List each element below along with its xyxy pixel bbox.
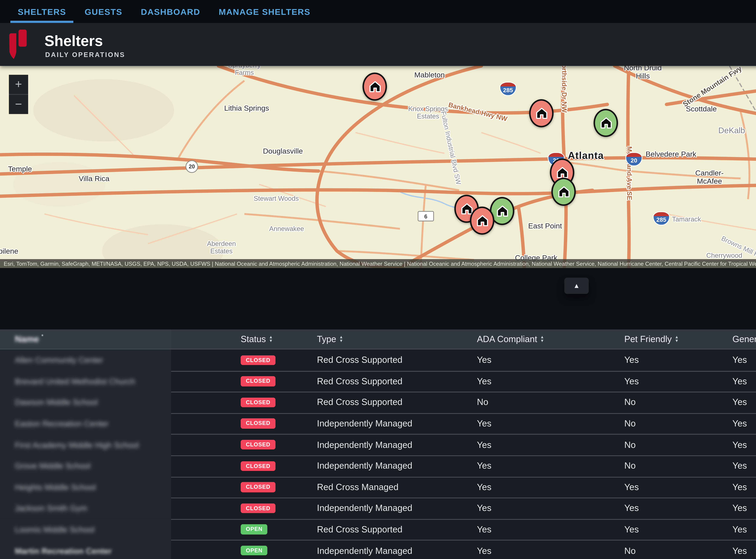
house-icon: [600, 117, 612, 129]
house-icon: [476, 215, 488, 226]
brand-logo-icon: [8, 30, 27, 59]
column-header-pet-friendly[interactable]: Pet Friendly▲▼: [624, 334, 732, 344]
shelter-name-cell[interactable]: Grove Middle School: [0, 455, 171, 476]
attribution-text: Esri, TomTom, Garmin, SafeGraph, METI/NA…: [4, 260, 756, 267]
status-badge: CLOSED: [241, 482, 276, 492]
nav-tab-dashboard[interactable]: DASHBOARD: [134, 0, 208, 23]
house-icon: [496, 205, 508, 217]
house-icon: [535, 107, 547, 119]
shelter-marker-closed[interactable]: [529, 99, 554, 127]
type-cell: Red Cross Managed: [317, 482, 477, 492]
sort-icon[interactable]: ▲▼: [540, 335, 544, 343]
sort-icon[interactable]: ▲▼: [675, 335, 679, 343]
shelter-name-cell[interactable]: Brevard United Methodist Church: [0, 371, 171, 392]
shelter-name-redacted: Brevard United Methodist Church: [15, 377, 135, 386]
shelter-name-cell[interactable]: Martin Recreation Center: [0, 540, 171, 559]
column-header-ada-compliant[interactable]: ADA Compliant▲▼: [477, 334, 624, 344]
ada-compliant-cell: Yes: [477, 545, 624, 556]
column-header-type[interactable]: Type▲▼: [317, 334, 477, 344]
nav-tab-shelters[interactable]: SHELTERS: [10, 0, 74, 23]
status-cell: CLOSED: [171, 482, 317, 492]
generator-cell: Yes: [732, 545, 756, 556]
table-row: Dawson Middle SchoolCLOSEDRed Cross Supp…: [0, 392, 756, 413]
type-cell: Independently Managed: [317, 461, 477, 471]
shelter-name-cell[interactable]: Easton Recreation Center: [0, 413, 171, 434]
column-header-label: Pet Friendly: [624, 334, 672, 344]
sort-icon[interactable]: ▲▼: [339, 335, 343, 343]
column-header-status[interactable]: Status▲▼: [171, 334, 317, 344]
status-cell: CLOSED: [171, 461, 317, 471]
house-icon: [558, 186, 570, 198]
column-header-name[interactable]: Name*: [0, 330, 171, 349]
zoom-in-button[interactable]: +: [9, 75, 28, 94]
status-cell: CLOSED: [171, 397, 317, 407]
collapse-map-button[interactable]: ▲: [564, 278, 589, 294]
generator-cell: Yes: [732, 503, 756, 514]
status-badge: CLOSED: [241, 355, 276, 365]
ada-compliant-cell: Yes: [477, 440, 624, 450]
shelter-name-cell[interactable]: Dawson Middle School: [0, 392, 171, 413]
table-row: Brevard United Methodist ChurchCLOSEDRed…: [0, 371, 756, 392]
house-icon: [461, 203, 472, 215]
shelter-name-redacted: Easton Recreation Center: [15, 419, 109, 428]
shelter-name-cell[interactable]: Allen Community Center: [0, 350, 171, 371]
status-badge: OPEN: [241, 545, 268, 556]
table-row: Martin Recreation CenterOPENIndependentl…: [0, 540, 756, 559]
status-cell: CLOSED: [171, 440, 317, 450]
column-header-label: Generator: [732, 334, 756, 344]
status-badge: CLOSED: [241, 376, 276, 386]
shelter-name-cell[interactable]: Jackson Smith Gym: [0, 498, 171, 519]
shelter-name-cell[interactable]: Heights Middle School: [0, 476, 171, 498]
type-cell: Independently Managed: [317, 503, 477, 514]
pet-friendly-cell: Yes: [624, 376, 732, 386]
table-row: Heights Middle SchoolCLOSEDRed Cross Man…: [0, 476, 756, 498]
ada-compliant-cell: Yes: [477, 355, 624, 365]
nav-tab-guests[interactable]: GUESTS: [77, 0, 130, 23]
map-zoom-controls: + −: [9, 75, 28, 114]
sort-icon[interactable]: ▲▼: [269, 335, 273, 343]
shelter-marker-open[interactable]: [594, 109, 618, 137]
generator-cell: Yes: [732, 397, 756, 408]
status-badge: CLOSED: [241, 419, 276, 428]
status-cell: CLOSED: [171, 503, 317, 513]
table-row: Jackson Smith GymCLOSEDIndependently Man…: [0, 498, 756, 519]
pet-friendly-cell: No: [624, 419, 732, 429]
page-title: Shelters: [44, 32, 103, 50]
shelter-marker-closed[interactable]: [362, 72, 387, 101]
pet-friendly-cell: No: [624, 440, 732, 450]
shelter-name-cell[interactable]: Loomis Middle School: [0, 519, 171, 540]
page-subtitle: DAILY OPERATIONS: [45, 51, 125, 59]
ada-compliant-cell: Yes: [477, 524, 624, 535]
map-canvas[interactable]: Sprayberry FarmsMabletonNorth Druid Hill…: [0, 66, 756, 268]
column-header-generator[interactable]: Generator▲▼: [732, 334, 756, 344]
shelter-marker-open[interactable]: [551, 178, 576, 206]
column-header-label: Name: [15, 334, 39, 344]
type-cell: Red Cross Supported: [317, 397, 477, 408]
ada-compliant-cell: Yes: [477, 376, 624, 386]
table-header-row: Name*Status▲▼Type▲▼ADA Compliant▲▼Pet Fr…: [0, 330, 756, 350]
map-attribution: Esri, TomTom, Garmin, SafeGraph, METI/NA…: [0, 259, 756, 268]
ada-compliant-cell: Yes: [477, 503, 624, 514]
status-cell: CLOSED: [171, 419, 317, 428]
shelter-marker-closed[interactable]: [470, 207, 494, 235]
generator-cell: Yes: [732, 440, 756, 450]
pet-friendly-cell: Yes: [624, 524, 732, 535]
shelter-name-redacted: Grove Middle School: [15, 462, 90, 470]
pet-friendly-cell: No: [624, 545, 732, 556]
nav-tab-manage-shelters[interactable]: MANAGE SHELTERS: [212, 0, 318, 23]
generator-cell: Yes: [732, 376, 756, 386]
shelter-name-cell[interactable]: First Academy Middle High School: [0, 434, 171, 455]
pet-friendly-cell: Yes: [624, 503, 732, 514]
shelter-name-redacted: Dawson Middle School: [15, 398, 98, 407]
house-icon: [369, 81, 381, 92]
type-cell: Red Cross Supported: [317, 355, 477, 365]
table-body: Allen Community CenterCLOSEDRed Cross Su…: [0, 350, 756, 559]
generator-cell: Yes: [732, 524, 756, 535]
table-row: Loomis Middle SchoolOPENRed Cross Suppor…: [0, 519, 756, 540]
type-cell: Red Cross Supported: [317, 376, 477, 386]
top-nav: SHELTERSGUESTSDASHBOARDMANAGE SHELTERS: [0, 0, 756, 23]
zoom-out-button[interactable]: −: [9, 95, 28, 114]
pet-friendly-cell: Yes: [624, 482, 732, 492]
ada-compliant-cell: Yes: [477, 461, 624, 471]
column-header-label: ADA Compliant: [477, 334, 537, 344]
